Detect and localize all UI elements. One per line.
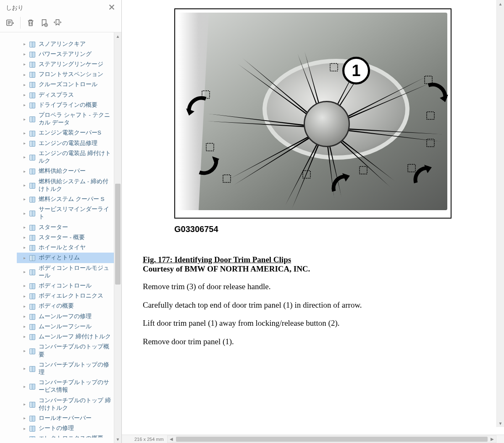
expand-icon[interactable]: ▸ — [24, 314, 28, 319]
bookmark-item[interactable]: ▸エンジンの電装品修理 — [17, 138, 114, 148]
scroll-left-icon[interactable]: ◀ — [168, 436, 175, 443]
expand-icon[interactable]: ▸ — [24, 269, 28, 275]
clip-marker — [330, 63, 338, 71]
main-horizontal-scrollbar[interactable]: ◀ ▶ — [167, 435, 496, 443]
bookmark-item[interactable]: ▸ディスプラス — [17, 90, 114, 100]
bookmark-item[interactable]: ▸コンバーチブルのトップ概要 — [17, 342, 114, 359]
scrollbar-thumb[interactable] — [115, 184, 121, 285]
bookmark-item[interactable]: ▸シートの修理 — [17, 423, 114, 433]
bookmark-item[interactable]: ▸スノアリンクキア — [17, 39, 114, 49]
expand-icon[interactable]: ▸ — [24, 182, 28, 188]
bookmark-icon — [29, 182, 36, 188]
expand-icon[interactable]: ▸ — [24, 401, 28, 407]
scroll-right-icon[interactable]: ▶ — [488, 436, 496, 443]
expand-icon[interactable]: ▸ — [24, 366, 28, 372]
scrollbar-thumb[interactable] — [176, 437, 488, 442]
scroll-down-icon[interactable]: ▼ — [497, 419, 504, 427]
expand-icon[interactable]: ▸ — [24, 92, 28, 98]
bookmark-item[interactable]: ▸ドライブラインの概要 — [17, 100, 114, 110]
expand-icon[interactable]: ▸ — [24, 211, 28, 216]
scroll-up-icon[interactable]: ▲ — [497, 0, 504, 8]
bookmark-item[interactable]: ▸ムーンルーフ 締付けトルク — [17, 332, 114, 342]
separator — [20, 17, 21, 29]
sidebar-title: しおり — [6, 4, 24, 12]
expand-icon[interactable]: ▸ — [24, 51, 28, 57]
bookmark-item[interactable]: ▸ステアリングリンケージ — [17, 59, 114, 69]
clip-marker — [302, 170, 311, 179]
bookmark-item[interactable]: ▸エンジンの電装品 締付けトルク — [17, 148, 114, 166]
expand-icon[interactable]: ▸ — [24, 303, 28, 309]
bookmark-item[interactable]: ▸ボディの概要 — [17, 301, 114, 311]
expand-icon[interactable]: ▸ — [24, 283, 28, 289]
expand-icon[interactable]: ▸ — [24, 224, 28, 230]
trash-icon[interactable] — [25, 17, 37, 29]
bookmark-item[interactable]: ▸ボディとトリム — [17, 253, 114, 263]
close-icon[interactable] — [108, 3, 116, 13]
scroll-up-icon[interactable]: ▲ — [114, 32, 121, 40]
bookmark-item[interactable]: ▸ムーンルーフシール — [17, 322, 114, 332]
bookmark-icon — [29, 116, 36, 122]
main-vertical-scrollbar[interactable]: ▲ ▼ — [496, 0, 504, 427]
expand-icon[interactable]: ▸ — [24, 348, 28, 354]
bookmark-icon — [29, 245, 36, 251]
expand-icon[interactable]: ▸ — [24, 154, 28, 160]
expand-icon[interactable]: ▸ — [24, 384, 28, 390]
bookmark-item[interactable]: ▸コンバーチブルのトップ 締付けトルク — [17, 396, 114, 413]
bookmark-item[interactable]: ▸ムーンルーフの修理 — [17, 311, 114, 322]
bookmark-icon — [29, 255, 36, 261]
clip-marker — [206, 143, 214, 151]
options-menu-icon[interactable] — [4, 17, 16, 29]
expand-icon[interactable]: ▸ — [24, 140, 28, 146]
expand-icon[interactable]: ▸ — [24, 235, 28, 240]
bookmark-item[interactable]: ▸ロールオーバーバー — [17, 413, 114, 423]
expand-icon[interactable]: ▸ — [24, 324, 28, 330]
expand-icon[interactable]: ▸ — [24, 426, 28, 432]
expand-icon[interactable]: ▸ — [24, 116, 28, 122]
bookmark-item[interactable]: ▸ボディコントロールモジュール — [17, 263, 114, 281]
bookmark-item[interactable]: ▸燃料供給クーパー — [17, 166, 114, 176]
bookmark-item[interactable]: ▸燃料システム クーパー S — [17, 194, 114, 204]
bookmark-tree: ▸スノアリンクキア▸パワーステアリング▸ステアリングリンケージ▸フロントサスペン… — [0, 38, 114, 438]
expand-icon[interactable]: ▸ — [24, 41, 28, 47]
expand-icon[interactable]: ▸ — [24, 130, 28, 136]
bookmark-item[interactable]: ▸エレクトロニクスの概要 — [17, 433, 114, 437]
sidebar-scrollbar[interactable]: ▲ ▼ — [114, 32, 121, 443]
expand-icon[interactable]: ▸ — [24, 415, 28, 421]
expand-bookmark-icon[interactable] — [52, 17, 63, 29]
bookmark-item[interactable]: ▸パワーステアリング — [17, 49, 114, 59]
bookmark-item[interactable]: ▸ホイールとタイヤ — [17, 243, 114, 253]
add-bookmark-icon[interactable] — [38, 17, 50, 29]
bookmark-item[interactable]: ▸サービスリマインダーライト — [17, 204, 114, 222]
bookmark-item[interactable]: ▸ボディエレクトロニクス — [17, 291, 114, 301]
document-scroll[interactable]: 1 — [122, 0, 504, 435]
bookmark-label: エレクトロニクスの概要 — [39, 435, 103, 437]
expand-icon[interactable]: ▸ — [24, 245, 28, 251]
bookmark-icon — [29, 283, 36, 289]
expand-icon[interactable]: ▸ — [24, 436, 28, 438]
bookmark-icon — [29, 334, 36, 340]
bookmark-item[interactable]: ▸クルーズコントロール — [17, 79, 114, 90]
bookmark-item[interactable]: ▸エンジン電装クーパーS — [17, 128, 114, 138]
bookmark-item[interactable]: ▸ボディコントロール — [17, 281, 114, 291]
bookmark-item[interactable]: ▸スターター - 概要 — [17, 232, 114, 243]
bookmark-label: ムーンルーフの修理 — [39, 313, 92, 320]
bookmark-item[interactable]: ▸スターター — [17, 222, 114, 232]
expand-icon[interactable]: ▸ — [24, 334, 28, 340]
expand-icon[interactable]: ▸ — [24, 82, 28, 88]
expand-icon[interactable]: ▸ — [24, 255, 28, 261]
scroll-down-icon[interactable]: ▼ — [114, 435, 121, 443]
expand-icon[interactable]: ▸ — [24, 72, 28, 78]
expand-icon[interactable]: ▸ — [24, 293, 28, 299]
bookmark-item[interactable]: ▸フロントサスペンション — [17, 69, 114, 79]
bookmark-item[interactable]: ▸コンバーチブルトップのサービス情報 — [17, 377, 114, 395]
bookmark-item[interactable]: ▸燃料供給システム - 締め付けトルク — [17, 177, 114, 194]
expand-icon[interactable]: ▸ — [24, 102, 28, 108]
bookmark-item[interactable]: ▸コンバーチブルトップの修理 — [17, 360, 114, 377]
bookmark-item[interactable]: ▸プロペラ シャフト - テクニカル データ — [17, 110, 114, 128]
body-paragraph: Lift door trim panel (1) away from locki… — [143, 318, 483, 329]
expand-icon[interactable]: ▸ — [24, 169, 28, 174]
bookmark-label: ボディエレクトロニクス — [39, 292, 103, 300]
expand-icon[interactable]: ▸ — [24, 61, 28, 67]
expand-icon[interactable]: ▸ — [24, 196, 28, 202]
body-text: Remove trim (3) of door release handle.C… — [143, 281, 483, 347]
